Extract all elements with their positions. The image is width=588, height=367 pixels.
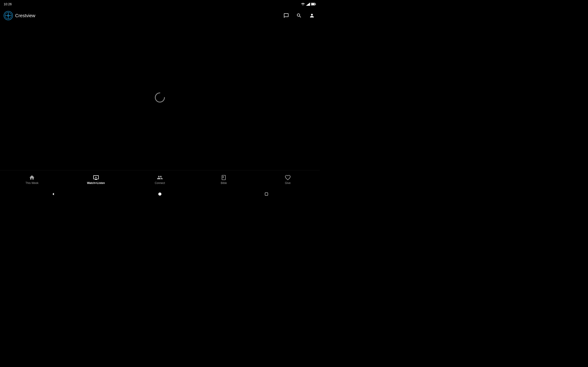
app-header: Crestview <box>0 8 320 23</box>
nav-label-watch-listen: Watch+Listen <box>87 181 105 185</box>
svg-rect-2 <box>311 3 315 5</box>
nav-label-connect: Connect <box>155 181 165 185</box>
connect-icon <box>157 175 163 181</box>
nav-label-give: Give <box>285 181 291 185</box>
app-logo <box>4 11 13 20</box>
wifi-icon <box>301 2 305 6</box>
home-button[interactable] <box>154 190 165 198</box>
profile-button[interactable] <box>308 11 316 20</box>
system-nav <box>0 189 320 200</box>
header-actions <box>282 11 316 20</box>
loading-spinner <box>154 92 166 106</box>
nav-item-this-week[interactable]: This Week <box>0 173 64 186</box>
status-bar: 10:26 <box>0 0 320 8</box>
nav-label-bible: Bible <box>221 181 227 185</box>
play-tv-icon <box>93 175 99 181</box>
chat-icon <box>284 13 289 18</box>
search-button[interactable] <box>295 11 303 20</box>
nav-item-give[interactable]: Give <box>256 173 320 186</box>
nav-item-watch-listen[interactable]: Watch+Listen <box>64 173 128 186</box>
search-icon <box>296 13 302 18</box>
recent-apps-button[interactable] <box>261 190 272 198</box>
main-content <box>0 23 320 174</box>
battery-icon <box>311 3 316 6</box>
bible-icon <box>221 175 227 181</box>
nav-label-this-week: This Week <box>26 181 38 185</box>
back-button[interactable] <box>48 190 59 198</box>
chat-button[interactable] <box>282 11 290 20</box>
nav-item-bible[interactable]: Bible <box>192 173 256 186</box>
back-icon <box>51 192 55 196</box>
svg-point-10 <box>158 192 162 196</box>
nav-item-connect[interactable]: Connect <box>128 173 192 186</box>
heart-icon <box>285 175 291 181</box>
svg-marker-0 <box>306 2 310 6</box>
signal-icon <box>306 2 310 6</box>
recent-apps-icon <box>264 192 268 196</box>
home-icon <box>29 175 35 181</box>
home-circle-icon <box>158 192 162 196</box>
status-icons <box>301 2 316 6</box>
svg-rect-11 <box>265 193 268 195</box>
bottom-nav: This Week Watch+Listen Connect Bible Giv… <box>0 170 320 189</box>
status-time: 10:26 <box>4 2 12 6</box>
svg-marker-9 <box>52 193 54 195</box>
app-title: Crestview <box>15 13 35 18</box>
svg-rect-3 <box>315 4 316 5</box>
profile-icon <box>309 13 315 18</box>
header-logo: Crestview <box>4 11 35 20</box>
